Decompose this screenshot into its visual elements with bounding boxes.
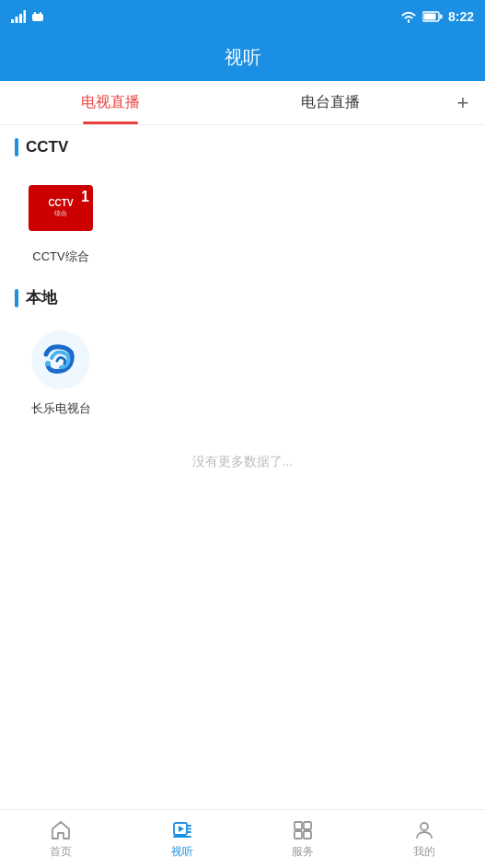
- header: 视听: [0, 33, 485, 81]
- battery-icon: [422, 11, 443, 22]
- android-icon: [31, 10, 44, 23]
- channel-item-cctv1[interactable]: CCTV 综合 1 CCTV综合: [15, 166, 107, 274]
- wifi-icon: [400, 10, 417, 23]
- channel-name-changele: 长乐电视台: [31, 400, 91, 417]
- section-local-header: 本地: [0, 274, 485, 318]
- person-icon: [413, 819, 435, 841]
- section-title-local: 本地: [26, 287, 57, 308]
- status-time: 8:22: [448, 9, 474, 24]
- section-cctv-header: CCTV: [0, 125, 485, 166]
- svg-rect-20: [304, 822, 311, 829]
- svg-point-11: [45, 361, 51, 366]
- home-icon: [50, 819, 72, 841]
- section-bar-cctv: [15, 138, 18, 156]
- play-icon: [171, 819, 193, 841]
- section-bar-local: [15, 289, 18, 307]
- svg-rect-0: [11, 19, 14, 23]
- svg-rect-5: [34, 12, 36, 15]
- cctv1-logo: CCTV 综合 1: [28, 175, 94, 241]
- no-more-text: 没有更多数据了...: [0, 426, 485, 498]
- nav-label-home: 首页: [50, 844, 72, 860]
- content-area: CCTV CCTV 综合 1 CCTV综合 本地: [0, 125, 485, 809]
- svg-rect-6: [40, 12, 41, 15]
- status-left: [11, 10, 44, 23]
- nav-item-media[interactable]: 视听: [121, 810, 243, 868]
- changele-logo: [28, 327, 94, 393]
- channel-item-changele[interactable]: 长乐电视台: [15, 318, 107, 426]
- svg-point-23: [421, 823, 428, 830]
- svg-rect-21: [294, 831, 302, 839]
- tab-add-button[interactable]: +: [441, 91, 485, 115]
- status-bar: 8:22: [0, 0, 485, 33]
- svg-marker-14: [179, 826, 184, 832]
- svg-rect-8: [423, 14, 435, 20]
- tab-bar: 电视直播 电台直播 +: [0, 81, 485, 125]
- svg-rect-9: [440, 15, 443, 19]
- cctv-channel-grid: CCTV 综合 1 CCTV综合: [0, 166, 485, 274]
- nav-label-mine: 我的: [413, 844, 435, 860]
- svg-rect-4: [32, 14, 43, 21]
- header-title: 视听: [225, 45, 261, 70]
- nav-label-media: 视听: [171, 844, 193, 860]
- nav-item-service[interactable]: 服务: [243, 810, 364, 868]
- nav-item-mine[interactable]: 我的: [364, 810, 485, 868]
- nav-item-home[interactable]: 首页: [0, 810, 121, 868]
- signal-icon: [11, 10, 26, 23]
- status-right: 8:22: [400, 9, 474, 24]
- svg-point-10: [31, 330, 90, 389]
- grid-icon: [292, 819, 314, 841]
- channel-name-cctv1: CCTV综合: [32, 249, 88, 265]
- nav-label-service: 服务: [292, 844, 314, 860]
- tab-tv-live[interactable]: 电视直播: [0, 81, 221, 124]
- svg-rect-19: [294, 822, 302, 829]
- svg-rect-2: [19, 14, 22, 23]
- section-title-cctv: CCTV: [26, 138, 68, 156]
- svg-rect-1: [16, 17, 18, 23]
- svg-rect-22: [304, 831, 311, 839]
- local-channel-grid: 长乐电视台: [0, 318, 485, 426]
- svg-point-12: [70, 351, 74, 354]
- bottom-nav: 首页 视听 服务 我的: [0, 809, 485, 868]
- svg-rect-3: [24, 10, 27, 23]
- tab-radio-live[interactable]: 电台直播: [221, 81, 442, 124]
